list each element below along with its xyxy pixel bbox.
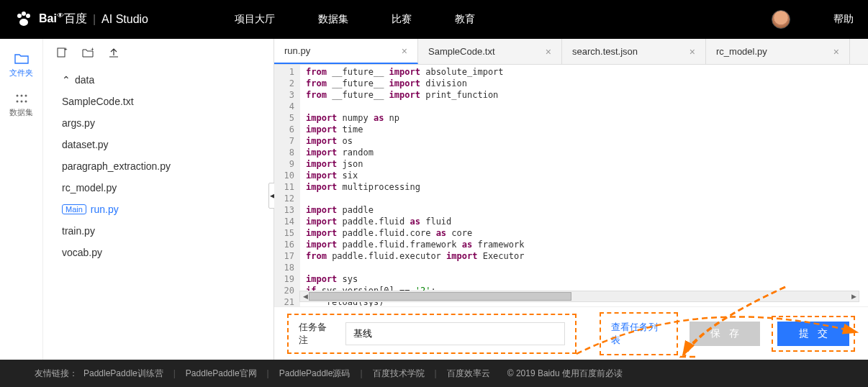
tree-folder-label: data: [75, 74, 94, 86]
tree-file[interactable]: SampleCode.txt: [49, 91, 268, 112]
tree-file[interactable]: train.py: [49, 220, 268, 242]
left-rail: 文件夹 数据集: [0, 39, 43, 360]
main-badge: Main: [62, 204, 86, 214]
folder-icon: [14, 53, 29, 65]
rail-folder-label: 文件夹: [9, 68, 33, 78]
footer-link[interactable]: 百度效率云: [447, 368, 490, 380]
svg-point-5: [20, 95, 22, 97]
horizontal-scrollbar[interactable]: ◀ ▶: [299, 291, 859, 302]
close-icon[interactable]: ×: [690, 46, 695, 58]
scroll-right-icon[interactable]: ▶: [849, 293, 859, 300]
nav-education[interactable]: 教育: [455, 13, 475, 26]
rail-dataset-label: 数据集: [9, 107, 33, 118]
svg-text:+: +: [91, 47, 94, 53]
svg-point-6: [24, 95, 27, 97]
footer-link[interactable]: PaddlePaddle源码: [279, 368, 351, 380]
top-header: Bai👁百度 | AI Studio 项目大厅 数据集 比赛 教育 帮助: [0, 0, 868, 39]
tree-file[interactable]: args.py: [49, 112, 268, 134]
logo[interactable]: Bai👁百度 | AI Studio: [14, 10, 148, 29]
avatar[interactable]: [772, 10, 790, 29]
grid-icon: [14, 93, 29, 104]
upload-icon[interactable]: [108, 47, 119, 58]
tree-folder-data[interactable]: ⌃ data: [49, 69, 268, 91]
file-toolbar: + +: [43, 39, 273, 66]
view-tasks-link[interactable]: 查看任务列表: [611, 322, 658, 345]
close-icon[interactable]: ×: [833, 46, 839, 58]
svg-point-0: [17, 14, 22, 18]
tab-run-py[interactable]: run.py×: [274, 39, 418, 64]
file-tree: ⌃ data SampleCode.txt args.py dataset.py…: [43, 66, 273, 266]
nav-projects[interactable]: 项目大厅: [235, 13, 275, 26]
nav-competition[interactable]: 比赛: [392, 13, 412, 26]
editor-tabs: run.py× SampleCode.txt× search.test.json…: [274, 39, 868, 65]
rail-dataset[interactable]: 数据集: [9, 93, 33, 118]
footer-label: 友情链接：: [35, 368, 78, 380]
task-note-group: 任务备注: [287, 314, 577, 354]
footer-copyright: © 2019 Baidu 使用百度前必读: [507, 368, 623, 380]
main-area: 文件夹 数据集 + + ⌃ data SampleCode.txt args.p…: [0, 39, 868, 360]
close-icon[interactable]: ×: [546, 46, 551, 58]
footer-link[interactable]: 百度技术学院: [373, 368, 425, 380]
logo-text-bai: Bai👁百度: [39, 12, 87, 27]
chevron-down-icon: ⌃: [62, 74, 71, 86]
new-folder-icon[interactable]: +: [82, 47, 94, 58]
submit-group: 提交: [772, 316, 855, 352]
svg-point-8: [20, 101, 22, 103]
svg-point-7: [16, 101, 18, 103]
nav-datasets[interactable]: 数据集: [318, 13, 348, 26]
svg-point-1: [22, 12, 26, 16]
submit-button[interactable]: 提交: [777, 322, 849, 346]
file-panel: + + ⌃ data SampleCode.txt args.py datase…: [43, 39, 273, 360]
task-note-input[interactable]: [345, 322, 565, 345]
svg-text:+: +: [64, 47, 68, 53]
tree-file[interactable]: dataset.py: [49, 134, 268, 155]
svg-point-3: [19, 19, 28, 26]
save-button[interactable]: 保存: [690, 322, 760, 346]
footer: 友情链接： PaddlePaddle训练营| PaddlePaddle官网| P…: [0, 360, 868, 387]
new-file-icon[interactable]: +: [56, 47, 68, 58]
scrollbar-thumb[interactable]: [309, 292, 571, 301]
close-icon[interactable]: ×: [402, 45, 407, 57]
help-link[interactable]: 帮助: [833, 13, 854, 26]
top-nav: 项目大厅 数据集 比赛 教育: [235, 13, 475, 26]
svg-point-4: [16, 95, 18, 97]
tab-samplecode[interactable]: SampleCode.txt×: [418, 39, 562, 64]
svg-point-9: [24, 101, 27, 103]
tab-rcmodel[interactable]: rc_model.py×: [706, 39, 850, 64]
view-tasks-group: 查看任务列表: [600, 312, 678, 355]
header-right: 帮助: [772, 10, 854, 29]
tree-file[interactable]: paragraph_extraction.py: [49, 155, 268, 177]
bottom-bar: 任务备注 查看任务列表 保存 提交: [274, 306, 868, 360]
logo-suffix: AI Studio: [101, 13, 148, 26]
logo-divider: |: [93, 13, 96, 26]
tab-search-json[interactable]: search.test.json×: [562, 39, 706, 64]
svg-point-2: [26, 14, 30, 18]
tree-file-active[interactable]: Main run.py: [49, 199, 268, 220]
tree-file[interactable]: vocab.py: [49, 242, 268, 263]
rail-folder[interactable]: 文件夹: [9, 53, 33, 78]
footer-link[interactable]: PaddlePaddle训练营: [83, 368, 163, 380]
tree-file[interactable]: rc_model.py: [49, 177, 268, 199]
editor-area: ◀ run.py× SampleCode.txt× search.test.js…: [273, 39, 868, 360]
baidu-paw-icon: [14, 10, 33, 29]
task-note-label: 任务备注: [299, 321, 335, 347]
footer-link[interactable]: PaddlePaddle官网: [186, 368, 257, 380]
